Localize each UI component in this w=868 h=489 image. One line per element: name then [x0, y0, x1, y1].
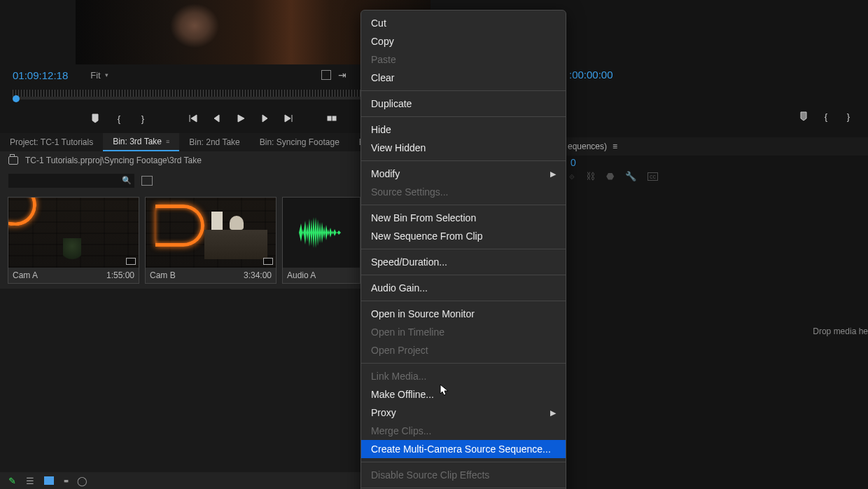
menu-item-label: Open in Source Monitor	[371, 308, 475, 320]
tab-bin-3rd-take[interactable]: Bin: 3rd Take≡	[103, 133, 179, 151]
menu-item[interactable]: Audio Gain...	[361, 279, 566, 297]
linked-selection-icon[interactable]: ⛓	[586, 171, 595, 181]
menu-item[interactable]: Duplicate	[361, 95, 566, 113]
mark-in-button[interactable]: {	[113, 113, 125, 124]
video-subject	[160, 0, 230, 64]
menu-item: Paste	[361, 50, 566, 69]
svg-rect-1	[332, 116, 336, 120]
mark-out-button[interactable]: }	[137, 113, 148, 124]
tab-menu-icon[interactable]: ≡	[166, 138, 169, 145]
menu-item-label: Cut	[371, 17, 386, 29]
resolution-icon[interactable]	[321, 70, 331, 80]
clip-name: Cam A	[13, 270, 38, 280]
menu-item[interactable]: Cut	[361, 14, 566, 32]
menu-item[interactable]: Speed/Duration...	[361, 253, 566, 271]
menu-item: Disable Source Clip Effects	[361, 466, 566, 484]
menu-item-label: Copy	[371, 35, 394, 48]
menu-item[interactable]: Make Offline...	[361, 385, 566, 404]
mark-out-button[interactable]: }	[843, 111, 854, 122]
pencil-icon[interactable]: ✎	[8, 476, 16, 486]
svg-rect-0	[328, 116, 331, 120]
waveform-icon	[299, 215, 344, 250]
go-to-out-button[interactable]	[283, 113, 294, 124]
chevron-down-icon: ▾	[105, 71, 108, 78]
menu-item[interactable]: Modify▶	[361, 165, 566, 183]
context-menu[interactable]: CutCopyPasteClearDuplicateHideView Hidde…	[360, 10, 566, 489]
clip-duration: 1:55:00	[106, 270, 134, 280]
menu-item-label: Clear	[371, 71, 394, 84]
menu-item-label: Link Media...	[371, 370, 426, 383]
search-input[interactable]	[8, 174, 134, 188]
neon-sign	[155, 205, 204, 247]
menu-item[interactable]: Create Multi-Camera Source Sequence...	[361, 440, 566, 458]
clip-audio-a[interactable]: Audio A	[283, 198, 360, 283]
tab-bin-2nd-take[interactable]: Bin: 2nd Take	[179, 133, 250, 151]
menu-item-label: Duplicate	[371, 97, 412, 110]
step-back-button[interactable]	[211, 113, 223, 124]
menu-item-label: Open Project	[371, 344, 428, 357]
timeline-tool-icons: ⟐ ⛓ ⬣ 🔧 cc	[569, 171, 658, 181]
menu-item: Open in Timeline	[361, 323, 566, 341]
source-timecode[interactable]: 01:09:12:18	[13, 69, 68, 81]
settings-wrench-icon[interactable]: ⇥	[338, 69, 346, 81]
neon-sign	[8, 198, 38, 228]
menu-item-label: Proxy	[371, 406, 396, 419]
playhead-icon[interactable]	[13, 95, 20, 102]
clip-cam-b[interactable]: Cam B3:34:00	[146, 198, 276, 283]
svg-marker-2	[299, 217, 344, 248]
caption-icon[interactable]: cc	[648, 172, 658, 181]
settings-wrench-icon[interactable]: 🔧	[625, 171, 636, 181]
tab-bin-syncing[interactable]: Bin: Syncing Footage	[250, 133, 349, 151]
tab-project[interactable]: Project: TC-1 Tutorials	[0, 133, 103, 151]
menu-item[interactable]: Open in Source Monitor	[361, 305, 566, 323]
clip-cam-a[interactable]: Cam A1:55:00	[8, 198, 139, 283]
menu-item[interactable]: Copy	[361, 32, 566, 50]
menu-item[interactable]: Clear	[361, 69, 566, 87]
step-forward-button[interactable]	[259, 113, 270, 124]
list-view-button[interactable]: ☰	[26, 476, 34, 486]
menu-item-label: Disable Source Clip Effects	[371, 469, 489, 481]
insert-button[interactable]	[326, 113, 337, 124]
menu-item-label: New Bin From Selection	[371, 212, 476, 224]
menu-item: Merge Clips...	[361, 422, 566, 440]
freeform-view-button[interactable]: ▪▪	[64, 476, 67, 486]
menu-item: Source Settings...	[361, 183, 566, 201]
video-badge-icon	[126, 258, 136, 265]
menu-item-label: Audio Gain...	[371, 282, 428, 294]
mark-in-button[interactable]: {	[820, 111, 832, 122]
menu-item[interactable]: View Hidden	[361, 139, 566, 157]
play-button[interactable]	[235, 113, 246, 124]
drop-media-hint: Drop media he	[813, 326, 868, 336]
new-bin-button[interactable]	[141, 176, 153, 186]
menu-item-label: Merge Clips...	[371, 425, 431, 437]
timeline-timecode[interactable]: 0	[570, 157, 576, 168]
zoom-dropdown[interactable]: Fit ▾	[86, 69, 112, 82]
tab-menu-icon[interactable]: ≡	[612, 142, 617, 151]
menu-item-label: New Sequence From Clip	[371, 230, 483, 242]
source-scrubber[interactable]	[13, 90, 415, 104]
clip-thumbnail	[146, 198, 276, 268]
clip-thumbnail	[283, 198, 360, 268]
add-marker-button[interactable]	[90, 113, 101, 124]
menu-item[interactable]: New Sequence From Clip	[361, 227, 566, 245]
bin-icon[interactable]	[8, 156, 18, 165]
plant-prop	[63, 238, 81, 265]
breadcrumb-path[interactable]: TC-1 Tutorials.prproj\Syncing Footage\3r…	[25, 156, 202, 165]
menu-item[interactable]: Proxy▶	[361, 404, 566, 422]
ruler-ticks	[13, 90, 415, 97]
add-marker-button[interactable]	[798, 111, 809, 122]
clip-duration: 3:34:00	[244, 270, 272, 280]
clip-name: Audio A	[287, 270, 316, 280]
submenu-arrow-icon: ▶	[550, 167, 556, 180]
clip-name: Cam B	[150, 270, 176, 280]
program-timecode[interactable]: :00:00:00	[569, 69, 613, 81]
icon-view-button[interactable]	[44, 476, 54, 485]
menu-item[interactable]: New Bin From Selection	[361, 209, 566, 227]
zoom-value: Fit	[90, 70, 100, 81]
menu-item[interactable]: Hide	[361, 120, 566, 139]
scrub-rail	[13, 97, 415, 99]
snap-icon[interactable]: ⟐	[569, 171, 575, 181]
timeline-tab-label[interactable]: equences)	[568, 142, 607, 151]
marker-icon[interactable]: ⬣	[606, 171, 614, 181]
go-to-in-button[interactable]	[188, 113, 199, 124]
